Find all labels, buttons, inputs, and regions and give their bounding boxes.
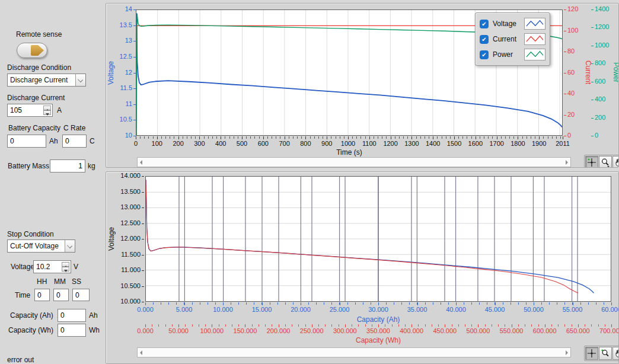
cutoff-voltage-input[interactable]: 10.2: [33, 260, 71, 273]
graph-palette: [584, 346, 619, 361]
scroll-right-icon[interactable]: [566, 350, 568, 355]
pan-tool-button[interactable]: [612, 156, 619, 168]
capacity-ah-input[interactable]: 0: [58, 309, 86, 322]
ah-tick-mark: [145, 302, 146, 305]
voltage-tick-label: 11.000: [113, 266, 141, 274]
legend-label: Current: [493, 35, 520, 43]
time-tick-mark: [476, 136, 476, 139]
time-label: Time: [15, 291, 30, 299]
battery-mass-input[interactable]: 1: [50, 159, 85, 173]
remote-sense-toggle[interactable]: [17, 43, 47, 58]
current-tick-mark: [564, 52, 566, 52]
cutoff-voltage-value: 10.2: [36, 263, 50, 271]
capacity-wh-input[interactable]: 0: [58, 324, 86, 337]
zoom-tool-button[interactable]: [599, 156, 612, 168]
time-tick-label: 700: [273, 140, 296, 148]
time-hh-input[interactable]: 0: [34, 289, 50, 301]
voltage-tick-label: 13.000: [113, 203, 141, 211]
discharge-current-label: Discharge Current: [7, 94, 65, 102]
time-tick-label: 1700: [485, 140, 509, 148]
ah-tick-mark: [417, 302, 418, 305]
time-mm-input[interactable]: 0: [53, 289, 69, 301]
discharge-current-unit: A: [57, 106, 62, 114]
power-line-sample[interactable]: [524, 49, 545, 60]
scroll-right-icon[interactable]: [566, 160, 568, 165]
current-tick-label: 0: [567, 132, 583, 139]
current-tick-mark: [564, 115, 566, 116]
ah-tick-mark: [611, 302, 612, 305]
current-tick-label: 80: [567, 47, 583, 55]
legend-row-voltage: ✔ Voltage: [480, 16, 545, 31]
x-scrollbar[interactable]: [137, 347, 571, 357]
cursor-tool-button[interactable]: [585, 156, 598, 168]
discharge-current-spinner[interactable]: [43, 106, 51, 115]
zoom-tool-button[interactable]: [599, 347, 612, 360]
time-tick-label: 1100: [358, 140, 381, 148]
voltage-checkbox[interactable]: ✔: [480, 20, 489, 28]
scroll-left-icon[interactable]: [140, 160, 142, 165]
time-tick-label: 0: [124, 140, 148, 148]
ah-tick-label: 5.000: [170, 306, 199, 314]
voltage-line-sample[interactable]: [524, 18, 545, 30]
discharge-current-input[interactable]: 105: [7, 104, 53, 117]
x-scrollbar[interactable]: [137, 157, 571, 167]
wh-tick-label: 400.000: [395, 327, 427, 335]
current-tick-mark: [564, 31, 566, 31]
current-tick-label: 120: [567, 5, 583, 13]
capacity-wh-axis-label: Capacity (Wh): [145, 336, 611, 344]
power-checkbox[interactable]: ✔: [480, 50, 489, 59]
ah-tick-mark: [378, 302, 379, 305]
current-line-sample[interactable]: [524, 33, 545, 45]
power-tick-label: 1400: [595, 5, 614, 13]
current-axis-label: Current: [584, 9, 592, 136]
discharge-condition-dropdown[interactable]: Discharge Current: [7, 74, 86, 87]
cutoff-voltage-unit: V: [74, 263, 78, 271]
capacity-wh-label: Capacity (Wh): [8, 326, 53, 334]
c-rate-unit: C: [90, 137, 95, 145]
scroll-left-icon[interactable]: [140, 350, 142, 355]
voltage-tick-mark: [133, 73, 136, 74]
power-tick-mark: [591, 100, 594, 100]
time-tick-mark: [305, 136, 306, 139]
time-tick-label: 200: [167, 140, 190, 148]
pan-tool-button[interactable]: [612, 347, 619, 360]
current-checkbox[interactable]: ✔: [480, 35, 489, 44]
current-tick-label: 40: [567, 90, 583, 97]
cutoff-voltage-spinner[interactable]: [62, 262, 69, 272]
magnifier-icon: [601, 158, 610, 167]
battery-capacity-input[interactable]: 0: [7, 135, 46, 148]
spin-up-icon[interactable]: [62, 262, 69, 267]
ah-tick-label: 10.000: [209, 306, 237, 314]
voltage-tick-label: 12.500: [113, 219, 141, 227]
ah-tick-mark: [223, 302, 224, 305]
time-tick-label: 1400: [421, 140, 445, 148]
dropdown-arrow-button[interactable]: [65, 240, 75, 252]
battery-capacity-label: Battery Capacity: [8, 124, 60, 132]
discharge-condition-label: Discharge Condition: [7, 63, 71, 72]
time-ss-input[interactable]: 0: [72, 289, 90, 301]
battery-capacity-unit: Ah: [49, 137, 58, 145]
c-rate-input[interactable]: 0: [62, 135, 87, 148]
stop-condition-dropdown[interactable]: Cut-Off Voltage: [7, 240, 75, 253]
capacity-ah-axis-label: Capacity (Ah): [145, 315, 611, 324]
ah-tick-label: 30.000: [364, 306, 393, 314]
voltage-tick-mark: [142, 176, 144, 177]
voltage-tick-mark: [142, 270, 144, 271]
capacity-plot-area[interactable]: [145, 176, 611, 302]
spin-up-icon[interactable]: [43, 106, 51, 110]
time-tick-label: 1200: [379, 140, 403, 148]
time-tick-mark: [242, 136, 243, 139]
cursor-tool-button[interactable]: [585, 347, 598, 360]
spin-down-icon[interactable]: [43, 110, 51, 115]
spin-down-icon[interactable]: [62, 267, 69, 272]
time-tick-mark: [369, 136, 370, 139]
time-tick-label: 900: [315, 140, 339, 148]
time-tick-mark: [263, 136, 264, 139]
dropdown-arrow-button[interactable]: [75, 74, 85, 86]
time-hh-header: HH: [37, 277, 47, 286]
hand-icon: [614, 349, 619, 358]
wh-tick-label: 0.000: [129, 327, 161, 335]
voltage-tick-mark: [133, 25, 136, 26]
time-tick-mark: [391, 136, 391, 139]
time-tick-mark: [285, 136, 285, 139]
